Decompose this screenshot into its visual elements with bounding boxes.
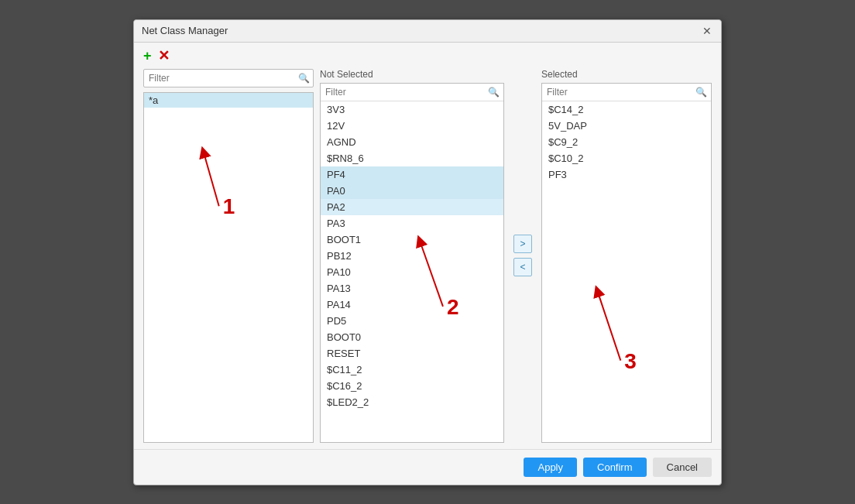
list-item[interactable]: BOOT1 — [321, 231, 503, 248]
list-item[interactable]: PA0 — [321, 183, 503, 199]
middle-filter-input[interactable] — [321, 84, 503, 101]
move-left-button[interactable]: < — [513, 258, 532, 276]
dialog-title: Net Class Manager — [142, 25, 228, 36]
title-bar: Net Class Manager ✕ — [134, 20, 721, 43]
confirm-button[interactable]: Confirm — [583, 458, 647, 477]
remove-button[interactable]: ✕ — [158, 49, 170, 63]
list-item[interactable]: $C9_2 — [542, 134, 711, 150]
right-filter-input[interactable] — [542, 84, 711, 101]
list-item[interactable]: $LED2_2 — [321, 394, 503, 410]
right-list: $C14_2 5V_DAP $C9_2 $C10_2 PF3 — [542, 101, 711, 442]
right-filter-wrap: 🔍 — [542, 84, 711, 101]
middle-panel: Not Selected 🔍 3V3 12V AGND $RN8_6 PF4 P… — [320, 69, 504, 443]
not-selected-label: Not Selected — [320, 69, 504, 80]
middle-list: 3V3 12V AGND $RN8_6 PF4 PA0 PA2 PA3 BOOT… — [321, 101, 503, 442]
apply-button[interactable]: Apply — [524, 458, 577, 477]
left-list: *a — [143, 92, 314, 443]
list-item[interactable]: $RN8_6 — [321, 150, 503, 166]
list-item[interactable]: 12V — [321, 118, 503, 134]
close-button[interactable]: ✕ — [701, 25, 713, 37]
middle-list-wrap: 🔍 3V3 12V AGND $RN8_6 PF4 PA0 PA2 PA3 BO… — [320, 83, 504, 443]
list-item[interactable]: $C11_2 — [321, 362, 503, 378]
toolbar: + ✕ — [134, 43, 721, 69]
list-item[interactable]: PF4 — [321, 166, 503, 183]
list-item[interactable]: PF3 — [542, 166, 711, 183]
list-item[interactable]: AGND — [321, 134, 503, 150]
right-list-wrap: 🔍 $C14_2 5V_DAP $C9_2 $C10_2 PF3 — [541, 83, 712, 443]
selected-label: Selected — [541, 69, 712, 80]
left-panel: 🔍 *a — [143, 69, 314, 443]
cancel-button[interactable]: Cancel — [653, 458, 712, 477]
list-item[interactable]: PA14 — [321, 297, 503, 313]
list-item[interactable]: RESET — [321, 345, 503, 362]
list-item[interactable]: PD5 — [321, 313, 503, 329]
list-item[interactable]: PB12 — [321, 248, 503, 264]
list-item[interactable]: $C16_2 — [321, 378, 503, 394]
list-item[interactable]: PA13 — [321, 280, 503, 297]
transfer-column: > < — [510, 69, 535, 443]
list-item[interactable]: PA3 — [321, 215, 503, 231]
main-content: 🔍 *a Not Selected 🔍 3V3 12V AGND $RN8_6 … — [134, 69, 721, 449]
list-item[interactable]: PA10 — [321, 264, 503, 280]
list-item[interactable]: PA2 — [321, 199, 503, 215]
list-item[interactable]: $C10_2 — [542, 150, 711, 166]
footer: Apply Confirm Cancel — [134, 449, 721, 485]
right-panel: Selected 🔍 $C14_2 5V_DAP $C9_2 $C10_2 PF… — [541, 69, 712, 443]
list-item[interactable]: $C14_2 — [542, 101, 711, 118]
middle-filter-wrap: 🔍 — [321, 84, 503, 101]
list-item[interactable]: 5V_DAP — [542, 118, 711, 134]
move-right-button[interactable]: > — [513, 235, 532, 253]
net-class-manager-dialog: Net Class Manager ✕ + ✕ 🔍 *a Not Selecte… — [133, 19, 722, 485]
left-list-item[interactable]: *a — [144, 93, 313, 108]
list-item[interactable]: BOOT0 — [321, 329, 503, 345]
left-filter-input[interactable] — [143, 69, 314, 87]
add-button[interactable]: + — [143, 49, 152, 63]
left-filter-wrap: 🔍 — [143, 69, 314, 87]
list-item[interactable]: 3V3 — [321, 101, 503, 118]
